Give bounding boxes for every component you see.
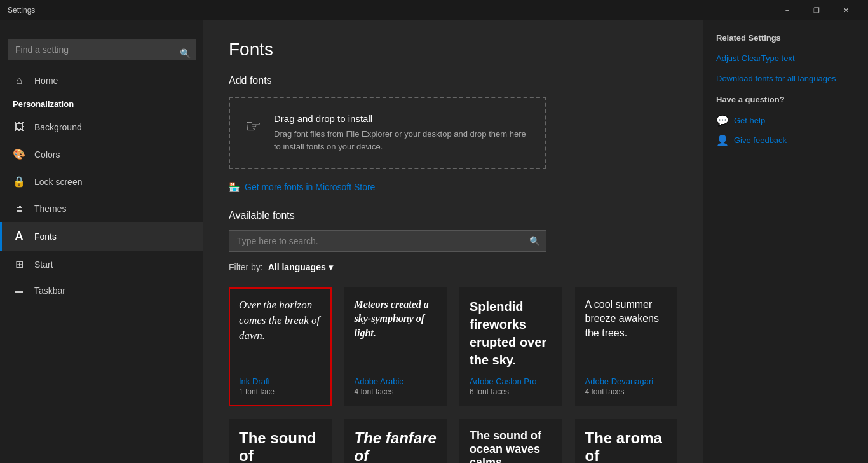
font-preview-row2: The aroma of <box>585 429 668 463</box>
drag-drop-content: Drag and drop to install Drag font files… <box>274 113 530 153</box>
font-preview-text: A cool summer breeze awakens the trees. <box>585 298 668 369</box>
font-card-name: Adobe Arabic <box>355 377 437 386</box>
font-preview-text: Over the horizon comes the break of dawn… <box>239 298 322 369</box>
sidebar-item-start[interactable]: ⊞ Start <box>0 251 203 278</box>
font-card-faces: 4 font faces <box>585 387 668 396</box>
search-input[interactable] <box>8 39 196 60</box>
fonts-icon: A <box>13 230 25 243</box>
font-preview-row2: The sound of <box>239 429 322 463</box>
drag-drop-zone[interactable]: ☞ Drag and drop to install Drag font fil… <box>229 97 546 169</box>
font-preview-text: Meteors created a sky-symphony of light. <box>355 298 437 369</box>
filter-dropdown[interactable]: All languages ▾ <box>268 262 333 272</box>
filter-label: Filter by: <box>229 262 263 272</box>
themes-icon: 🖥 <box>13 203 25 214</box>
font-card-faces: 1 font face <box>239 387 322 396</box>
taskbar-icon: ▬ <box>13 286 25 295</box>
font-card-faces: 4 font faces <box>355 387 437 396</box>
sidebar: 🔍 ⌂ Home Personalization 🖼 Background 🎨 … <box>0 20 203 463</box>
add-fonts-title: Add fonts <box>229 75 677 86</box>
store-icon: 🏪 <box>229 182 240 192</box>
font-card-faces: 6 font faces <box>470 387 552 396</box>
sidebar-header <box>0 20 203 39</box>
minimize-button[interactable]: − <box>773 0 802 20</box>
font-grid-row2: The sound of The fanfare of The sound of… <box>229 419 677 463</box>
sidebar-item-home[interactable]: ⌂ Home <box>0 67 203 94</box>
sidebar-item-colors[interactable]: 🎨 Colors <box>0 141 203 168</box>
font-card-name: Ink Draft <box>239 377 322 386</box>
sidebar-item-label: Background <box>34 122 82 132</box>
sidebar-item-label: Start <box>34 259 53 270</box>
available-fonts-title: Available fonts <box>229 210 677 221</box>
related-settings-title: Related Settings <box>716 33 855 43</box>
download-fonts-link[interactable]: Download fonts for all languages <box>716 73 855 85</box>
font-card-row2-4[interactable]: The aroma of <box>575 419 678 463</box>
drag-cursor-icon: ☞ <box>245 116 261 137</box>
title-bar: Settings − ❐ ✕ <box>0 0 868 20</box>
filter-value: All languages <box>268 262 326 272</box>
colors-icon: 🎨 <box>13 148 25 160</box>
sidebar-item-label: Fonts <box>34 232 57 242</box>
app-title: Settings <box>8 6 35 15</box>
font-grid: Over the horizon comes the break of dawn… <box>229 287 677 406</box>
maximize-button[interactable]: ❐ <box>802 0 831 20</box>
get-more-fonts-label: Get more fonts in Microsoft Store <box>245 182 375 192</box>
font-preview-row2: The sound of ocean waves calms <box>470 429 552 463</box>
font-search-container: 🔍 <box>229 230 546 252</box>
font-card-row2-3[interactable]: The sound of ocean waves calms <box>459 419 562 463</box>
sidebar-item-fonts[interactable]: A Fonts <box>0 222 203 251</box>
sidebar-item-background[interactable]: 🖼 Background <box>0 114 203 141</box>
font-card-row2-1[interactable]: The sound of <box>229 419 332 463</box>
sidebar-item-label: Home <box>34 76 58 86</box>
have-question-title: Have a question? <box>716 95 855 104</box>
filter-row: Filter by: All languages ▾ <box>229 262 677 272</box>
close-button[interactable]: ✕ <box>831 0 860 20</box>
font-preview-row2: The fanfare of <box>355 429 437 463</box>
search-icon[interactable]: 🔍 <box>180 48 191 59</box>
get-help-icon: 💬 <box>716 114 729 127</box>
right-panel: Related Settings Adjust ClearType text D… <box>703 20 868 463</box>
home-icon: ⌂ <box>13 75 25 86</box>
get-more-fonts-link[interactable]: 🏪 Get more fonts in Microsoft Store <box>229 182 677 192</box>
sidebar-item-themes[interactable]: 🖥 Themes <box>0 195 203 222</box>
sidebar-item-label: Colors <box>34 149 60 160</box>
font-card-adobe-arabic[interactable]: Meteors created a sky-symphony of light.… <box>344 287 447 406</box>
get-help-link[interactable]: Get help <box>734 116 765 125</box>
get-help-item: 💬 Get help <box>716 114 855 127</box>
drag-drop-title: Drag and drop to install <box>274 113 530 124</box>
lock-icon: 🔒 <box>13 176 25 188</box>
give-feedback-link[interactable]: Give feedback <box>734 135 787 145</box>
sidebar-section-title: Personalization <box>0 94 203 114</box>
font-card-row2-2[interactable]: The fanfare of <box>344 419 447 463</box>
sidebar-item-label: Taskbar <box>34 286 65 296</box>
sidebar-item-label: Lock screen <box>34 177 82 187</box>
font-search-input[interactable] <box>229 230 546 252</box>
font-card-adobe-devanagari[interactable]: A cool summer breeze awakens the trees. … <box>575 287 678 406</box>
start-icon: ⊞ <box>13 258 25 270</box>
page-title: Fonts <box>229 39 677 60</box>
background-icon: 🖼 <box>13 121 25 133</box>
give-feedback-item: 👤 Give feedback <box>716 134 855 146</box>
font-card-ink-draft[interactable]: Over the horizon comes the break of dawn… <box>229 287 332 406</box>
sidebar-item-lock-screen[interactable]: 🔒 Lock screen <box>0 168 203 195</box>
drag-drop-subtitle: Drag font files from File Explorer or yo… <box>274 128 530 153</box>
main-content: Fonts Add fonts ☞ Drag and drop to insta… <box>203 20 703 463</box>
app-container: 🔍 ⌂ Home Personalization 🖼 Background 🎨 … <box>0 20 868 463</box>
search-container: 🔍 <box>0 39 203 67</box>
chevron-down-icon: ▾ <box>329 262 333 272</box>
font-search-icon: 🔍 <box>529 236 540 246</box>
font-card-name: Adobe Devanagari <box>585 377 668 386</box>
sidebar-item-label: Themes <box>34 204 67 214</box>
give-feedback-icon: 👤 <box>716 134 729 146</box>
window-controls: − ❐ ✕ <box>773 0 860 20</box>
font-card-name: Adobe Caslon Pro <box>470 377 552 386</box>
font-card-adobe-caslon[interactable]: Splendid fireworks erupted over the sky.… <box>459 287 562 406</box>
font-preview-text: Splendid fireworks erupted over the sky. <box>470 298 552 369</box>
adjust-cleartype-link[interactable]: Adjust ClearType text <box>716 53 855 64</box>
sidebar-item-taskbar[interactable]: ▬ Taskbar <box>0 278 203 303</box>
